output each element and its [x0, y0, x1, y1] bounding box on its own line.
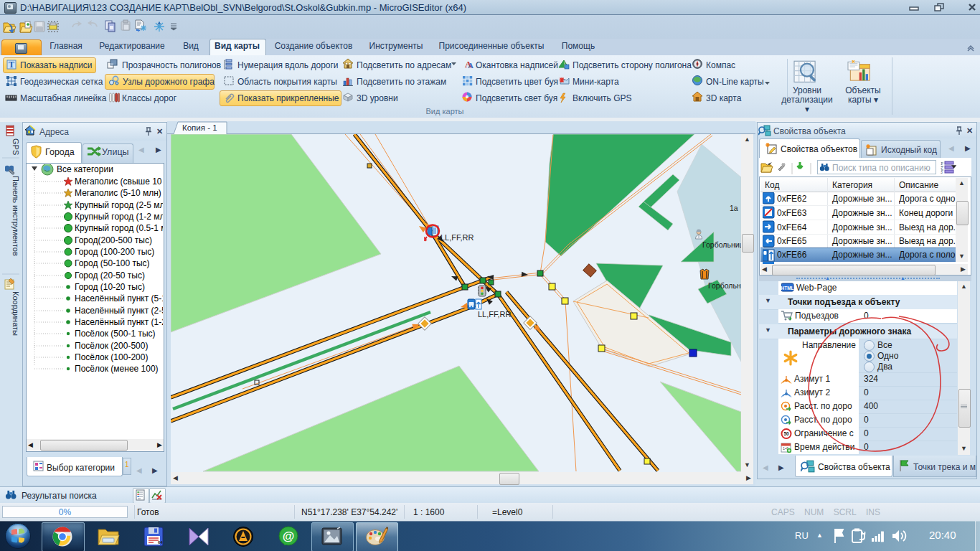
- svg-text:Город (100-200 тыс): Город (100-200 тыс): [75, 247, 154, 257]
- svg-text:Город (50-100 тыс): Город (50-100 тыс): [75, 258, 150, 268]
- svg-text:Посёлок (500-1 тыс): Посёлок (500-1 тыс): [75, 329, 156, 339]
- svg-text:Горбольниц: Горбольниц: [702, 240, 741, 249]
- svg-text:64: 64: [158, 540, 163, 545]
- svg-text:Город (10-20 тыс): Город (10-20 тыс): [75, 282, 145, 292]
- svg-text:1а: 1а: [730, 204, 738, 212]
- svg-text:Крупный город (2-5 млн: Крупный город (2-5 млн: [75, 200, 163, 210]
- svg-text:Населённый пункт (1-2: Населённый пункт (1-2: [75, 317, 163, 327]
- svg-text:Город (20-50 тыс): Город (20-50 тыс): [75, 270, 145, 281]
- svg-text:A: A: [468, 61, 473, 70]
- svg-text:3: 3: [941, 170, 943, 174]
- svg-text:Крупный город (1-2 млн: Крупный город (1-2 млн: [75, 212, 163, 222]
- svg-text:Мегаполис (свыше 10 мл: Мегаполис (свыше 10 мл: [75, 176, 163, 187]
- svg-text:LL,FF,RR: LL,FF,RR: [440, 233, 474, 242]
- svg-text:Населённый пункт (5-10: Населённый пункт (5-10: [75, 293, 163, 303]
- svg-text:Крупный город (0.5-1 м: Крупный город (0.5-1 м: [75, 223, 163, 233]
- svg-text:T: T: [9, 60, 14, 70]
- svg-text:LL,FF,RR: LL,FF,RR: [478, 310, 512, 319]
- svg-text:Посёлок (менее 100): Посёлок (менее 100): [75, 364, 159, 374]
- svg-text:50: 50: [783, 431, 789, 436]
- svg-text:Посёлок (100-200): Посёлок (100-200): [75, 352, 148, 362]
- svg-text:Горбольни: Горбольни: [708, 281, 741, 290]
- svg-text:Все категории: Все категории: [57, 164, 113, 174]
- svg-text:Населённый пункт (2-5: Населённый пункт (2-5: [75, 306, 163, 316]
- svg-text:HTML: HTML: [781, 286, 794, 291]
- svg-text:Посёлок (200-500): Посёлок (200-500): [75, 341, 148, 351]
- svg-text:@: @: [283, 529, 295, 543]
- svg-text:Мегаполис (5-10 млн): Мегаполис (5-10 млн): [75, 188, 161, 198]
- svg-text:Город(200-500 тыс): Город(200-500 тыс): [75, 235, 152, 245]
